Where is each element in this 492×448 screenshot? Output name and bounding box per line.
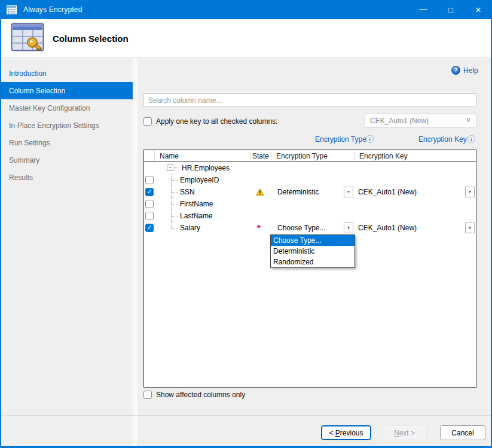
sidebar-item-column-selection[interactable]: Column Selection	[1, 82, 133, 99]
window-border-left	[0, 0, 1, 448]
warning-icon	[256, 188, 264, 196]
salary-checkbox[interactable]: ✓	[145, 224, 154, 232]
help-label: Help	[463, 66, 478, 75]
grid-header-check	[144, 150, 155, 161]
column-links-row: Encryption Type i Encryption Key i	[143, 135, 476, 144]
key-for-all-value: CEK_Auto1 (New)	[365, 117, 429, 125]
apply-key-checkbox[interactable]: ✓	[143, 117, 152, 126]
column-row-lastname: ✓ LastName	[144, 210, 476, 222]
dropdown-option-deterministic[interactable]: Deterministic	[271, 246, 355, 257]
cancel-button[interactable]: Cancel	[440, 425, 485, 440]
columns-grid: Name State Encryption Type Encryption Ke…	[143, 150, 476, 388]
column-row-ssn: ✓ SSN Deterministic ▼ CEK_Auto1 (New) ▼	[144, 186, 476, 198]
minimize-button[interactable]: —	[410, 0, 437, 19]
collapse-icon[interactable]: −	[167, 164, 173, 171]
sidebar-item-summary[interactable]: Summary	[1, 151, 133, 169]
wizard-steps-sidebar: Introduction Column Selection Master Key…	[1, 59, 133, 446]
maximize-button[interactable]: □	[437, 0, 465, 19]
help-link[interactable]: ? Help	[451, 66, 478, 75]
sidebar-item-in-place-encryption-settings[interactable]: In-Place Encryption Settings	[1, 117, 133, 134]
show-affected-row: ✓ Show affected columns only	[143, 391, 245, 399]
column-name: SSN	[180, 188, 195, 196]
window-title: Always Encrypted	[23, 5, 82, 14]
salary-encryption-type-combobox[interactable]: Choose Type...	[271, 224, 326, 232]
page-title: Column Selection	[53, 33, 129, 44]
dropdown-option-randomized[interactable]: Randomized	[271, 257, 355, 267]
grid-header-encryption-key: Encryption Key	[355, 150, 476, 161]
titlebar: Always Encrypted — □ ✕	[0, 0, 492, 19]
column-name: FirstName	[180, 200, 213, 208]
chevron-down-icon: ∨	[466, 116, 471, 123]
encryption-type-link[interactable]: Encryption Type	[315, 135, 366, 144]
window-controls: — □ ✕	[410, 0, 492, 19]
ssn-encryption-key-combobox[interactable]: CEK_Auto1 (New)	[355, 188, 417, 196]
next-button[interactable]: Next >	[382, 425, 427, 440]
ssn-encryption-key-dropdown-button[interactable]: ▼	[465, 187, 475, 197]
dropdown-option-choose-type[interactable]: Choose Type...	[271, 235, 355, 246]
apply-key-label: Apply one key to all checked columns:	[156, 117, 277, 126]
table-name: HR.Employees	[182, 164, 230, 172]
employeeid-checkbox[interactable]: ✓	[145, 176, 154, 184]
key-for-all-combobox[interactable]: CEK_Auto1 (New) ∨	[365, 114, 476, 128]
sidebar-item-results[interactable]: Results	[1, 169, 133, 186]
column-row-salary: ✓ Salary * Choose Type... ▼ CEK_Auto1 (N…	[144, 222, 476, 234]
encryption-type-dropdown-list: Choose Type... Deterministic Randomized	[270, 234, 355, 268]
table-key-icon	[11, 23, 47, 54]
sidebar-item-introduction[interactable]: Introduction	[1, 65, 133, 82]
required-icon: *	[257, 223, 261, 233]
firstname-checkbox[interactable]: ✓	[145, 200, 154, 208]
previous-button[interactable]: < Previous	[321, 425, 371, 440]
column-name: LastName	[180, 212, 213, 220]
search-input[interactable]	[143, 93, 476, 107]
encryption-key-link[interactable]: Encryption Key	[418, 135, 467, 144]
grid-header-name: Name	[155, 150, 250, 161]
show-affected-checkbox[interactable]: ✓	[143, 391, 152, 399]
ssn-checkbox[interactable]: ✓	[145, 188, 154, 196]
column-row-firstname: ✓ FirstName	[144, 198, 476, 210]
wizard-header: Column Selection	[1, 19, 491, 58]
salary-encryption-key-dropdown-button[interactable]: ▼	[465, 223, 475, 233]
grid-header-state: State	[250, 150, 271, 161]
footer-divider	[0, 415, 492, 416]
column-name: Salary	[180, 224, 200, 232]
app-icon	[7, 5, 17, 14]
always-encrypted-wizard-window: Always Encrypted — □ ✕	[0, 0, 492, 448]
sidebar-item-master-key-configuration[interactable]: Master Key Configuration	[1, 99, 133, 117]
salary-encryption-type-dropdown-button[interactable]: ▼	[344, 223, 353, 233]
salary-encryption-key-combobox[interactable]: CEK_Auto1 (New)	[355, 224, 417, 232]
table-row-hr-employees: − HR.Employees	[144, 162, 476, 174]
column-name: EmployeeID	[180, 176, 219, 184]
ssn-encryption-type-dropdown-button[interactable]: ▼	[344, 187, 353, 197]
apply-key-row: ✓ Apply one key to all checked columns:	[143, 115, 277, 128]
sidebar-divider	[133, 59, 137, 446]
help-icon: ?	[451, 66, 460, 75]
grid-header-encryption-type: Encryption Type	[271, 150, 355, 161]
sidebar-item-run-settings[interactable]: Run Settings	[1, 134, 133, 151]
ssn-encryption-type-combobox[interactable]: Deterministic	[271, 188, 319, 196]
close-button[interactable]: ✕	[465, 0, 492, 19]
show-affected-label: Show affected columns only	[156, 391, 245, 399]
grid-header: Name State Encryption Type Encryption Ke…	[144, 150, 476, 162]
encryption-type-info-icon[interactable]: i	[366, 135, 374, 143]
column-row-employeeid: ✓ EmployeeID	[144, 174, 476, 186]
lastname-checkbox[interactable]: ✓	[145, 212, 154, 220]
encryption-key-info-icon[interactable]: i	[467, 135, 475, 143]
